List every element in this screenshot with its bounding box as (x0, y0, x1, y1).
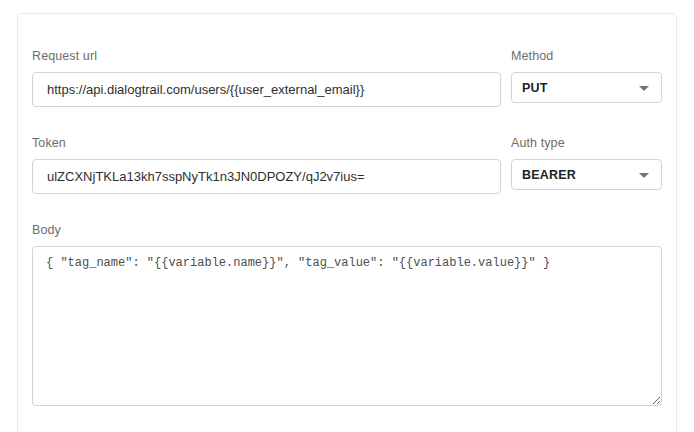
auth-type-select-value: BEARER (522, 168, 576, 182)
method-select-value: PUT (522, 81, 548, 95)
http-request-settings-card: Request url Method PUT Token Auth type B… (17, 13, 677, 432)
token-input[interactable] (32, 159, 501, 194)
body-field: Body { "tag_name": "{{variable.name}}", … (32, 223, 662, 406)
auth-type-label: Auth type (511, 136, 662, 151)
chevron-down-icon (639, 86, 649, 91)
request-url-input[interactable] (32, 72, 501, 107)
chevron-down-icon (639, 173, 649, 178)
token-field: Token (32, 136, 501, 194)
request-url-label: Request url (32, 49, 501, 64)
body-label: Body (32, 223, 662, 238)
request-url-field: Request url (32, 49, 501, 107)
method-label: Method (511, 49, 662, 64)
row-url-method: Request url Method PUT (32, 49, 662, 107)
token-label: Token (32, 136, 501, 151)
method-field: Method PUT (511, 49, 662, 103)
row-token-auth: Token Auth type BEARER (32, 136, 662, 194)
body-textarea[interactable]: { "tag_name": "{{variable.name}}", "tag_… (32, 246, 662, 406)
method-select[interactable]: PUT (511, 72, 662, 103)
auth-type-field: Auth type BEARER (511, 136, 662, 190)
auth-type-select[interactable]: BEARER (511, 159, 662, 190)
